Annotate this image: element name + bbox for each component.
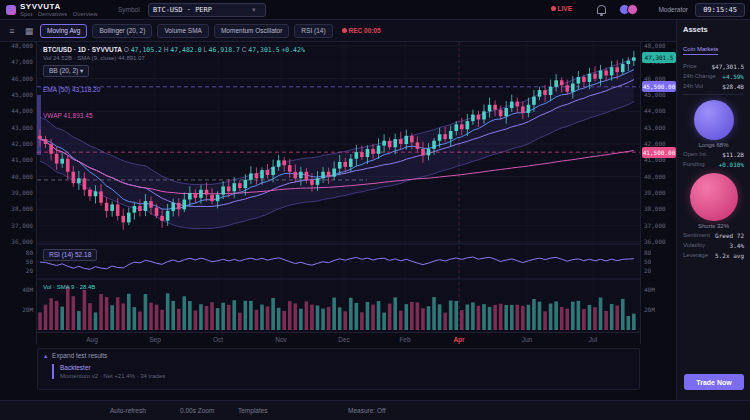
price-tick-label: 45,000 [644,91,666,98]
stat-value: 5.2x avg [715,252,744,259]
chevron-down-icon[interactable]: ▾ [252,3,256,17]
divider [683,94,744,95]
backtester-label[interactable]: Backtester [60,364,633,371]
status-item-measure-off[interactable]: Measure: Off [348,407,385,414]
app-logo [6,5,16,15]
stat-label: 24h Change [683,73,716,80]
backtest-summary: Backtester Momentum v2 · Net +21.4% · 34… [52,364,633,379]
sidebar-tab-coin-markets[interactable]: Coin Markets [683,46,718,55]
avatar[interactable] [627,4,638,15]
price-tick-label: 41,000 [11,156,33,163]
stat-label: Funding [683,161,705,168]
price-tick-label: 36,000 [11,238,33,245]
volume-tick-label: 40M [22,286,33,293]
chart-legend-symbol: BTC/USD · 1D · SYVVUTA O 47,105.2 H 47,4… [43,46,305,54]
live-dot-icon [551,6,556,11]
ema-legend[interactable]: EMA (50) 43,118.20 [43,86,100,93]
price-tick-label: 44,000 [644,107,666,114]
bollinger-band-layer [40,58,634,229]
time-tick-label: Sep [140,336,170,343]
symbol-search-input[interactable]: BTC-USD · PERP [148,3,266,17]
price-tick-label: 37,000 [11,222,33,229]
toolbar-chip-volume-sma[interactable]: Volume SMA [157,24,209,38]
rsi-tick-label: 20 [26,267,33,274]
status-item-templates[interactable]: Templates [238,407,268,414]
notifications-bell-icon[interactable] [597,5,606,14]
short-ratio-label: Shorts 32% [683,223,744,229]
rec-dot-icon [342,28,347,33]
stat-label: Sentiment [683,232,710,239]
stat-row: Volatility3.4% [683,242,744,249]
long-ratio-gauge [694,100,734,140]
rsi-tick-label: 80 [644,249,651,256]
right-price-axis[interactable]: 48,00047,00046,00045,00044,00043,00042,0… [640,42,676,344]
price-tick-label: 36,000 [644,238,666,245]
ohlc-close: 47,301.5 [248,46,279,54]
volume-profile-bar [37,95,41,155]
time-tick-label: Nov [266,336,296,343]
price-tick-label: 43,000 [644,124,666,131]
price-tick-label: 43,000 [11,124,33,131]
price-tick-label: 42,000 [644,140,666,147]
expand-test-results[interactable]: ▴ Expand test results [44,352,633,360]
live-status-badge: LIVE [551,5,572,12]
status-bar: Auto-refresh0.00s ZoomTemplatesMeasure: … [0,400,750,420]
vwap-legend[interactable]: VWAP 41,893.45 [43,112,93,119]
ohlc-low: 46,918.7 [209,46,240,54]
price-tick-label: 46,000 [11,75,33,82]
price-chart-canvas[interactable] [37,42,640,332]
stat-row: 24h Vol$28.4B [683,83,744,90]
price-tick-label: 39,000 [644,189,666,196]
user-name[interactable]: Moderator [658,6,688,13]
status-item-0-00s-zoom[interactable]: 0.00s Zoom [180,407,214,414]
toolbar-chip-rsi-14-[interactable]: RSI (14) [294,24,332,38]
price-level-chip: 47,301.5 [642,52,676,63]
stat-row: Open Int.$11.2B [683,151,744,158]
time-axis[interactable]: AugSepOctNovDecFebAprJunJul [37,332,640,346]
toolbar-chip-bollinger-20-2-[interactable]: Bollinger (20, 2) [92,24,152,38]
grid-layout-icon[interactable]: ▦ [23,25,35,37]
stat-label: Open Int. [683,151,708,158]
stat-value: $28.4B [722,83,744,90]
stat-row: SentimentGreed 72 [683,232,744,239]
sidebar-stats-group: Open Int.$11.2BFunding+0.010% [683,151,744,168]
volume-tick-label: 20M [22,306,33,313]
toolbar-chip-moving-avg[interactable]: Moving Avg [40,24,87,38]
left-price-axis[interactable]: 48,00047,00046,00045,00044,00043,00042,0… [0,42,37,344]
rsi-tick-label: 80 [26,249,33,256]
change-percent: +0.42% [281,46,304,54]
trade-now-button[interactable]: Trade Now [684,374,744,390]
status-item-auto-refresh[interactable]: Auto-refresh [110,407,146,414]
long-ratio-label: Longs 68% [683,142,744,148]
rsi-tick-label: 20 [644,267,651,274]
stat-value: Greed 72 [715,232,744,239]
time-tick-label: Oct [203,336,233,343]
price-tick-label: 47,000 [11,58,33,65]
sidebar-title: Assets [683,25,744,34]
menu-icon[interactable]: ≡ [6,25,18,37]
price-tick-label: 48,000 [644,42,666,49]
bollinger-indicator-chip[interactable]: BB (20, 2) ▾ [43,65,89,77]
stat-row: Price$47,301.5 [683,63,744,70]
price-tick-label: 44,000 [11,107,33,114]
chart-area[interactable]: BTC/USD · 1D · SYVVUTA O 47,105.2 H 47,4… [37,42,640,332]
price-tick-label: 40,000 [644,173,666,180]
price-tick-label: 45,000 [11,91,33,98]
rsi-indicator-chip[interactable]: RSI (14) 52.18 [43,249,97,261]
app-header: SYVVUTA Spot · Derivatives · Overview Sy… [0,0,750,20]
volume-tick-label: 40M [644,286,655,293]
stat-value: +4.59% [722,73,744,80]
caret-up-icon: ▴ [44,352,47,359]
stat-value: 3.4% [730,242,744,249]
toolbar-chip-momentum-oscillator[interactable]: Momentum Oscillator [214,24,289,38]
price-level-chip: 41,500.00 [642,147,676,158]
market-stats-sidebar: Assets Coin Markets Price$47,301.524h Ch… [676,20,750,400]
app-subtitle: Spot · Derivatives · Overview [20,11,98,17]
stat-row: 24h Change+4.59% [683,73,744,80]
volume-tick-label: 20M [644,306,655,313]
sidebar-stats-group: Price$47,301.524h Change+4.59%24h Vol$28… [683,63,744,90]
stat-value: +0.010% [719,161,744,168]
price-tick-label: 38,000 [11,205,33,212]
price-tick-label: 40,000 [11,173,33,180]
stat-label: Volatility [683,242,705,249]
